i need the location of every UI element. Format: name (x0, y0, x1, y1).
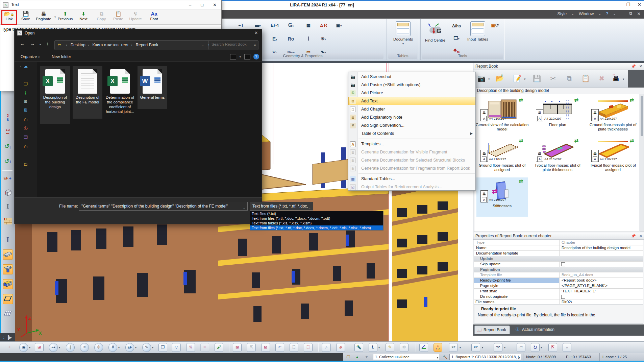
frame-3d-icon[interactable]: ⛶ (290, 343, 298, 352)
file-type-option[interactable]: Text files (*.txt) (250, 211, 383, 216)
refresh-icon[interactable]: ⇄ (574, 138, 578, 144)
text-maximize-button[interactable]: □ (201, 2, 203, 7)
menu-add-chapter[interactable]: 🗋Add Chapter (348, 105, 475, 113)
menu-style[interactable]: Style (558, 11, 567, 16)
select-grid-nodes-icon[interactable]: ⊞ (35, 343, 43, 352)
doc-close-button[interactable]: ✕ (637, 11, 641, 16)
tab-report-book[interactable]: 📖Report Book (474, 325, 510, 334)
settings-pencil-icon[interactable]: ⚙ (400, 343, 408, 352)
input-tables-button[interactable]: Input Tables (467, 21, 488, 50)
prop-row-skip-update[interactable]: Skip update (474, 262, 643, 267)
prop-row-name[interactable]: NameDescription of the building design m… (474, 245, 643, 251)
prev-loadcase-icon[interactable]: ▲ (354, 354, 360, 360)
prop-row-do-not-paginate[interactable]: Do not paginate (474, 294, 643, 299)
organize-button[interactable]: Organize ▾ (21, 54, 40, 59)
breadcrumb-desktop[interactable]: Desktop (71, 43, 85, 47)
select-nodes-icon[interactable]: ◉ (20, 343, 28, 352)
shortcut-icon[interactable]: 🗔 (23, 135, 29, 140)
refresh-icon[interactable]: ⇄ (519, 97, 523, 103)
filter-icon[interactable]: ▽ (172, 343, 180, 352)
prop-row-type[interactable]: TypeChapter (474, 240, 643, 245)
xz-view-icon[interactable]: XZ (449, 343, 457, 352)
text-close-button[interactable]: ✕ (213, 2, 217, 7)
search-input[interactable] (211, 42, 251, 47)
help-icon[interactable]: ? (253, 54, 259, 59)
save-button[interactable]: 💾Save (18, 11, 33, 24)
report-item-stiffnesses[interactable]: ⇄ ⇄ 🖶A A4 210x297 Stiffnesses (476, 177, 528, 217)
pictures-icon[interactable]: 🖻 (23, 108, 29, 113)
report-item-ground-mosaic-thickness[interactable]: ⇄ 🖶A A4 210x297 Ground floor-mosaic plot… (587, 96, 639, 136)
menu-add-explanatory-note[interactable]: 🗉Add Explanatory Note (348, 113, 475, 121)
isometric-view-icon[interactable] (420, 343, 428, 352)
left-toolbar-overflow[interactable]: ⁚ ▐▶ (0, 333, 15, 341)
panel-close-icon[interactable]: ✕ (639, 233, 642, 240)
desktop-icon[interactable]: 🖵 (23, 81, 29, 87)
report-item-typical-mosaic-thickness[interactable]: ⇄ 🖶A A4 210x297 Typical floor-mosaic plo… (532, 137, 583, 176)
e-modulus-icon[interactable]: E▾ (271, 35, 279, 43)
zoom-cancel-icon[interactable]: ⌀ (337, 343, 345, 352)
folder-icon[interactable]: 🗀 (23, 144, 29, 150)
ro-density-icon[interactable]: Ro (287, 35, 295, 43)
unselect-all-icon[interactable]: ⊠ (262, 343, 270, 352)
bar-element-icon[interactable] (3, 249, 13, 260)
select-ef-icon[interactable]: EF (126, 343, 134, 352)
select-pen-icon[interactable]: ✎ (143, 343, 151, 352)
font-button[interactable]: AaFont (146, 11, 162, 24)
solid-cube-icon[interactable] (3, 187, 13, 197)
yz-view-icon[interactable]: YZ (494, 343, 502, 352)
new-folder-button[interactable]: New folder (52, 54, 71, 59)
hammer-icon[interactable]: 🔨 (442, 354, 448, 360)
doc-restore-button[interactable]: ⧉ (629, 11, 633, 16)
import-folder-icon[interactable]: 📂⇧ (494, 72, 506, 85)
tab-actual-information[interactable]: ⓘActual information (513, 325, 558, 334)
undo-rotate-icon[interactable]: ↺↓ (3, 141, 13, 151)
fire-r-icon[interactable]: 🜂R (319, 21, 327, 29)
brush-icon[interactable]: 🖌 (215, 343, 223, 352)
link-button[interactable]: 📂🔒Link (2, 11, 16, 24)
info-circle-icon[interactable]: 🛈 (23, 126, 29, 131)
file-name-combo[interactable]: "General terms" "Description of the buil… (79, 202, 248, 211)
plate-quad-icon[interactable] (3, 294, 13, 304)
recent-icon[interactable]: ⌄ (39, 42, 42, 46)
toolbar-more-icon[interactable]: ⌄ (563, 343, 571, 352)
file-item-fe-model[interactable]: Description of the FE model (73, 66, 102, 119)
refresh-icon[interactable]: ⇄ (629, 138, 634, 144)
bar-section-icon[interactable]: ▬▾ (254, 21, 262, 29)
breadcrumb-report-book[interactable]: Report Book (136, 43, 158, 47)
swap-selection-icon[interactable]: ⇅ (187, 343, 195, 352)
panel-close-icon[interactable]: ✕ (639, 63, 642, 70)
pin-icon[interactable]: 📌 (631, 63, 636, 70)
select-rotated-icon[interactable]: ✣ (95, 343, 103, 352)
ef-assign-icon[interactable]: EF4 (271, 21, 279, 29)
menu-add-text[interactable]: 🗎Add Text (348, 97, 475, 105)
refresh-orange-icon[interactable]: ▣⟳ (491, 21, 499, 29)
paginate-button[interactable]: 🖶Paginate▾ (34, 11, 53, 24)
search-box[interactable]: ⌕ (208, 40, 258, 50)
documents-button[interactable]: Documents▾ (393, 21, 413, 50)
plate-mesh-icon[interactable] (3, 309, 13, 319)
box-beam-icon[interactable] (3, 279, 13, 289)
color-scale-picker-icon[interactable]: 🗔▾ (450, 34, 463, 42)
frame-3d-cut-icon[interactable]: ⛶ (304, 343, 312, 352)
app-minimize-button[interactable]: – (616, 2, 619, 7)
file-type-option-selected[interactable]: Text from files (*.txt, *.rtf, *.doc, *.… (250, 225, 383, 230)
help-icon[interactable]: ? (606, 11, 609, 16)
prop-row-doc-template[interactable]: Documentation template (474, 251, 643, 256)
select-elements-icon[interactable]: ⊶ (49, 343, 57, 352)
app-close-button[interactable]: ✕ (638, 2, 641, 7)
breadcrumb[interactable]: 🗀› Desktop› Книга отчетов_тест› Report B… (54, 40, 214, 50)
menu-templates[interactable]: ATemplates... (348, 140, 475, 148)
forward-icon[interactable]: → (30, 41, 35, 46)
pencil-icon[interactable]: ✎ (386, 343, 394, 352)
menu-standard-tables[interactable]: ▦Standard Tables... (348, 175, 475, 183)
file-type-option[interactable]: Text from files (*.rtf, *.doc, *.docx, *… (250, 216, 383, 221)
next-button[interactable]: ⬇Next (76, 11, 91, 24)
menu-window[interactable]: Window (579, 11, 594, 16)
steel-ibeam-icon[interactable]: Ι (3, 235, 13, 245)
report-item-general-view[interactable]: ⇄ 🖶A A4 210x297 General view of the calc… (476, 96, 528, 136)
menu-add-poster[interactable]: 📷Add Poster (+Shift with options) (348, 81, 475, 89)
onedrive-icon[interactable]: ☁ (23, 64, 29, 69)
ef-add-icon[interactable]: EF＋ (3, 173, 13, 183)
report-item-floor-plan[interactable]: ⇄ 🖶A A4 210x297 Floor plan (532, 96, 583, 136)
sigma-area-icon[interactable]: ▣▾ (335, 21, 343, 29)
